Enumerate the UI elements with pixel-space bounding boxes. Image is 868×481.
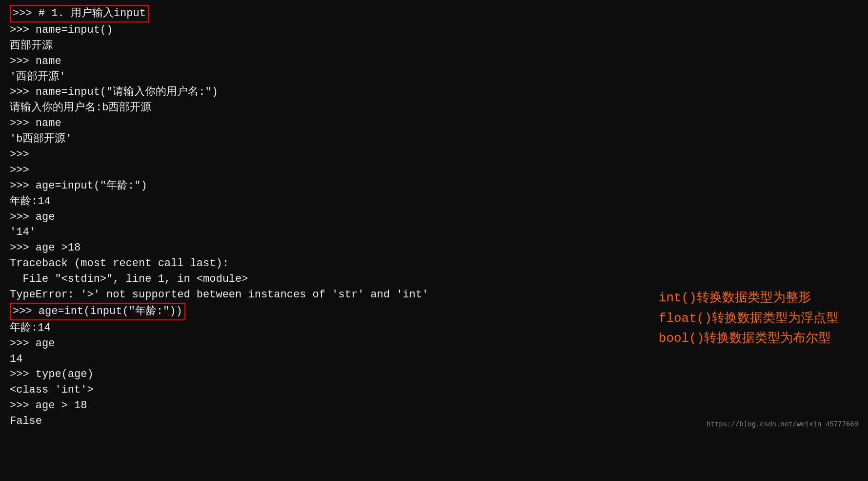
line-18: File "<stdin>", line 1, in <module> [10, 272, 858, 287]
line-11: >>> [10, 163, 858, 178]
boxed-line-1: >>> # 1. 用户输入input [10, 5, 149, 22]
url-label: https://blog.csdn.net/weixin_45777669 [707, 419, 858, 429]
line-24: >>> type(age) [10, 367, 858, 382]
line-10: >>> [10, 147, 858, 163]
line-7: 请输入你的用户名:b西部开源 [10, 100, 858, 116]
annotations-panel: int()转换数据类型为整形 float()转换数据类型为浮点型 bool()转… [659, 288, 839, 349]
line-23: 14 [10, 352, 858, 367]
line-1: >>> # 1. 用户输入input [10, 5, 858, 22]
line-12: >>> age=input("年龄:") [10, 178, 858, 194]
terminal: >>> # 1. 用户输入input >>> name=input() 西部开源… [0, 0, 868, 434]
line-4: >>> name [10, 54, 858, 69]
line-2: >>> name=input() [10, 22, 858, 38]
line-26: >>> age > 18 [10, 398, 858, 414]
line-6: >>> name=input("请输入你的用户名:") [10, 84, 858, 100]
line-5: '西部开源' [10, 69, 858, 85]
line-9: 'b西部开源' [10, 131, 858, 147]
line-3: 西部开源 [10, 38, 858, 54]
boxed-line-20: >>> age=int(input("年龄:")) [10, 303, 185, 320]
line-17: Traceback (most recent call last): [10, 256, 858, 272]
line-14: >>> age [10, 209, 858, 225]
annotation-2: float()转换数据类型为浮点型 [659, 309, 839, 329]
line-8: >>> name [10, 116, 858, 131]
line-16: >>> age >18 [10, 240, 858, 256]
annotation-3: bool()转换数据类型为布尔型 [659, 329, 839, 349]
annotation-1: int()转换数据类型为整形 [659, 288, 839, 309]
line-25: <class 'int'> [10, 382, 858, 398]
line-13: 年龄:14 [10, 194, 858, 209]
line-15: '14' [10, 225, 858, 240]
